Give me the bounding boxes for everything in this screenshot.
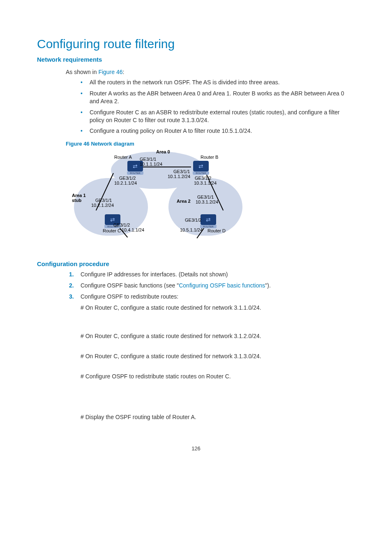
ip-label: 10.1.1.2/24 [168, 174, 190, 179]
ip-label: 10.3.1.1/24 [194, 181, 217, 185]
area-label: Area 1 [72, 193, 86, 198]
iface-label: GE3/1/2 [119, 176, 136, 181]
list-item: All the routers in the network run OSPF.… [78, 79, 355, 86]
router-name: Router C [103, 228, 121, 233]
link-line [136, 167, 191, 167]
iface-label: GE3/1/1 [140, 157, 156, 162]
ip-label: 10.2.1.2/24 [91, 203, 114, 208]
area-label: Area 0 [156, 149, 170, 154]
figure-caption: Figure 46 Network diagram [66, 141, 355, 147]
router-name: Router B [201, 155, 218, 160]
section-config-procedure: Configuration procedure [37, 260, 355, 267]
list-item: Configure Router C as an ASBR to redistr… [78, 109, 355, 124]
step-text: Configure OSPF to redistribute routes: [81, 293, 178, 300]
step-subtext: # On Router C, configure a static route … [81, 304, 355, 312]
page-title: Configuring route filtering [37, 37, 355, 51]
list-item: Router A works as the ABR between Area 0… [78, 90, 355, 105]
router-sublabel: ROUTER [127, 171, 143, 175]
section-network-requirements: Network requirements [37, 56, 355, 63]
ip-label: 10.1.1.1/24 [140, 162, 162, 167]
area-label: Area 2 [177, 199, 191, 204]
ip-label: 10.3.1.2/24 [196, 199, 218, 204]
figure-link[interactable]: Figure 46 [98, 69, 122, 75]
iface-label: GE3/1/1 [197, 195, 214, 199]
iface-label: GE3/1/1 [173, 169, 190, 174]
ip-label: 10.4.1.1/24 [122, 227, 144, 232]
procedure-list: Configure IP addresses for interfaces. (… [66, 271, 355, 421]
intro-line: As shown in Figure 46: [66, 69, 355, 75]
router-icon [193, 161, 209, 171]
intro-prefix: As shown in [66, 69, 98, 75]
step-item: Configure OSPF to redistribute routes: #… [66, 293, 355, 421]
step-subtext: # On Router C, configure a static route … [81, 332, 355, 340]
step-subtext: # Display the OSPF routing table of Rout… [81, 413, 355, 421]
step-subtext: # Configure OSPF to redistribute static … [81, 373, 355, 380]
page-number: 126 [37, 445, 355, 452]
step-text: "). [265, 282, 271, 289]
step-subtext: # On Router C, configure a static route … [81, 352, 355, 360]
xref-link[interactable]: Configuring OSPF basic functions [179, 282, 265, 289]
iface-label: GE3/1/2 [195, 176, 211, 181]
iface-label: GE3/1/2 [113, 222, 130, 227]
area-label: stub [72, 198, 81, 203]
iface-label: GE3/1/1 [95, 198, 112, 203]
ip-label: 10.5.1.1/24 [180, 227, 203, 232]
requirements-list: All the routers in the network run OSPF.… [78, 79, 355, 135]
ip-label: 10.2.1.1/24 [114, 181, 137, 185]
step-item: Configure IP addresses for interfaces. (… [66, 271, 355, 278]
intro-suffix: : [123, 69, 125, 75]
iface-label: GE3/1/2 [185, 218, 201, 222]
router-sublabel: ROUTER [193, 171, 209, 175]
step-text: Configure OSPF basic functions (see " [81, 282, 179, 289]
router-name: Router D [208, 228, 226, 233]
step-item: Configure OSPF basic functions (see "Con… [66, 282, 355, 290]
list-item: Configure a routing policy on Router A t… [78, 127, 355, 135]
router-name: Router A [114, 155, 132, 160]
router-icon [201, 214, 216, 225]
network-diagram: ROUTER ROUTER ROUTER ROUTER Area 0 Area … [70, 149, 247, 248]
